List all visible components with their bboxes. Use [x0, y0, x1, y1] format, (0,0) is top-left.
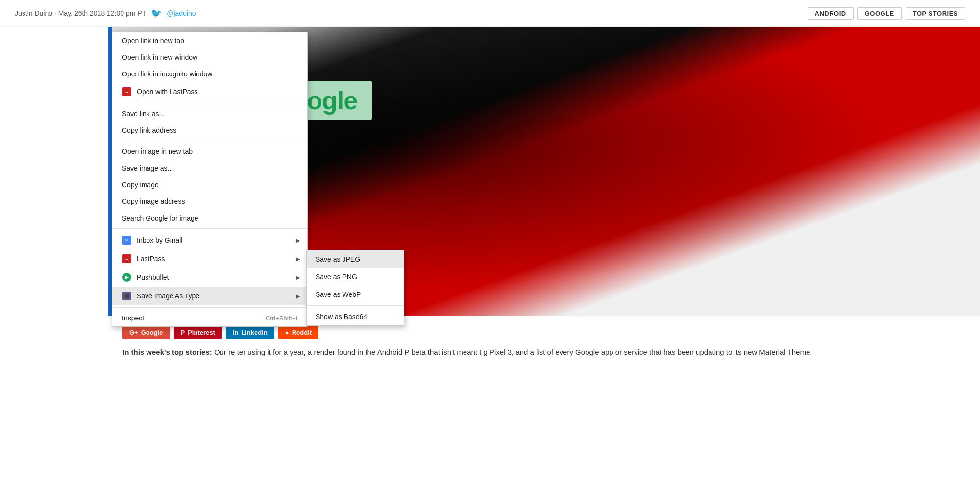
saveas-menu-icon: ⬛ [122, 291, 132, 301]
article-body: Our re ter using it for a year, a render… [214, 348, 812, 356]
menu-label: Save image as... [122, 164, 173, 172]
article-text: In this week's top stories: Our re ter u… [15, 346, 965, 358]
menu-label: Open image in new tab [122, 147, 193, 155]
menu-label: Open with LastPass [137, 88, 198, 96]
menu-label: Inspect [122, 314, 144, 322]
menu-inbox-gmail[interactable]: ✉ Inbox by Gmail [112, 231, 307, 249]
context-menu: Open link in new tab Open link in new wi… [112, 32, 308, 327]
social-linkedin-btn[interactable]: in LinkedIn [226, 326, 274, 339]
reddit-label: Reddit [292, 329, 312, 336]
lastpass-icon-2: •• [122, 254, 131, 263]
menu-label: Save link as... [122, 110, 165, 118]
menu-label: Save Image As Type [137, 292, 199, 300]
pushbullet-icon: ▶ [122, 273, 131, 282]
menu-label: LastPass [137, 255, 165, 263]
menu-label: Open link in new window [122, 53, 197, 61]
submenu-label: Save as WebP [316, 291, 361, 298]
submenu-separator [307, 305, 404, 306]
menu-label: Search Google for image [122, 214, 198, 222]
menu-copy-image[interactable]: Copy image [112, 176, 307, 193]
separator-1 [112, 103, 307, 103]
menu-label: Open link in incognito window [122, 70, 212, 78]
menu-save-image-as[interactable]: Save image as... [112, 160, 307, 176]
pushbullet-menu-icon: ▶ [122, 272, 132, 282]
lastpass-icon: •• [122, 87, 131, 96]
article-meta: Justin Duino · May. 26th 2018 12:00 pm P… [15, 8, 196, 19]
google-icon: G+ [129, 329, 138, 336]
menu-open-link-new-tab[interactable]: Open link in new tab [112, 32, 307, 49]
inbox-menu-icon: ✉ [122, 235, 132, 245]
menu-label: Copy image [122, 181, 159, 189]
social-reddit-btn[interactable]: ● Reddit [278, 326, 318, 339]
tag-android[interactable]: ANDROID [808, 7, 854, 20]
menu-label: Copy link address [122, 126, 176, 134]
submenu-save-jpeg[interactable]: Save as JPEG [307, 250, 404, 268]
separator-4 [112, 307, 307, 308]
submenu-label: Save as PNG [316, 273, 357, 281]
menu-save-image-as-type[interactable]: ⬛ Save Image As Type [112, 287, 307, 305]
menu-label: Inbox by Gmail [137, 236, 182, 244]
blue-accent-border [108, 27, 112, 316]
linkedin-icon: in [233, 329, 239, 336]
menu-copy-link-address[interactable]: Copy link address [112, 122, 307, 139]
menu-open-link-incognito[interactable]: Open link in incognito window [112, 66, 307, 82]
tag-google[interactable]: GOOGLE [858, 7, 902, 20]
article-lead: In this week's top stories: [122, 348, 212, 356]
save-image-type-submenu: Save as JPEG Save as PNG Save as WebP Sh… [306, 250, 404, 326]
menu-label: Open link in new tab [122, 37, 184, 45]
menu-open-link-new-window[interactable]: Open link in new window [112, 49, 307, 66]
menu-open-with-lastpass[interactable]: •• Open with LastPass [112, 82, 307, 101]
menu-label: Pushbullet [137, 273, 169, 281]
submenu-show-base64[interactable]: Show as Base64 [307, 308, 404, 325]
menu-copy-image-address[interactable]: Copy image address [112, 193, 307, 210]
google-label: Google [141, 329, 163, 336]
twitter-handle[interactable]: @jaduino [167, 9, 196, 17]
submenu-label: Save as JPEG [316, 255, 360, 263]
separator-3 [112, 228, 307, 229]
social-google-btn[interactable]: G+ Google [122, 326, 170, 339]
reddit-icon: ● [285, 329, 289, 336]
inbox-icon: ✉ [122, 236, 131, 245]
social-buttons: G+ Google P Pinterest in LinkedIn ● Redd… [15, 326, 965, 339]
linkedin-label: LinkedIn [241, 329, 267, 336]
menu-search-google-image[interactable]: Search Google for image [112, 210, 307, 226]
menu-open-image-new-tab[interactable]: Open image in new tab [112, 143, 307, 160]
author-date: Justin Duino · May. 26th 2018 12:00 pm P… [15, 9, 146, 17]
separator-2 [112, 141, 307, 141]
submenu-save-webp[interactable]: Save as WebP [307, 286, 404, 303]
twitter-icon: 🐦 [151, 8, 162, 19]
menu-save-link-as[interactable]: Save link as... [112, 105, 307, 122]
lastpass-menu-icon-2: •• [122, 254, 132, 264]
menu-pushbullet[interactable]: ▶ Pushbullet [112, 268, 307, 287]
inspect-shortcut: Ctrl+Shift+I [266, 315, 297, 322]
menu-inspect[interactable]: Inspect Ctrl+Shift+I [112, 310, 307, 326]
menu-label: Copy image address [122, 197, 185, 205]
social-pinterest-btn[interactable]: P Pinterest [174, 326, 222, 339]
menu-lastpass[interactable]: •• LastPass [112, 249, 307, 268]
lastpass-menu-icon: •• [122, 87, 132, 97]
submenu-label: Show as Base64 [316, 313, 367, 320]
pinterest-label: Pinterest [188, 329, 215, 336]
tag-buttons: ANDROID GOOGLE TOP STORIES [808, 7, 965, 20]
top-bar: Justin Duino · May. 26th 2018 12:00 pm P… [0, 0, 980, 27]
submenu-save-png[interactable]: Save as PNG [307, 268, 404, 286]
pinterest-icon: P [181, 329, 185, 336]
saveas-icon: ⬛ [122, 292, 131, 300]
tag-top-stories[interactable]: TOP STORIES [906, 7, 965, 20]
